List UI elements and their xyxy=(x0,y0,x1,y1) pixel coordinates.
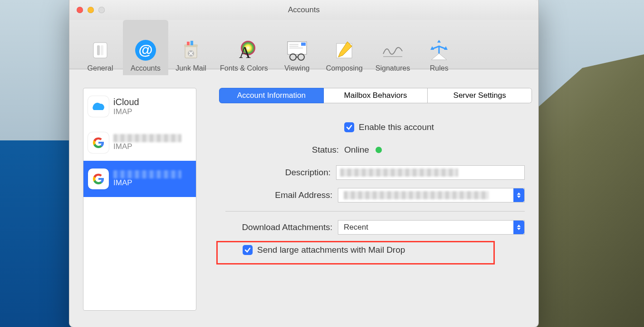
desktop-background: Accounts General @ Accounts Junk Mail xyxy=(0,0,644,327)
account-item-google-2[interactable]: IMAP xyxy=(83,161,196,197)
account-type: IMAP xyxy=(113,107,139,116)
toolbar-fonts-colors[interactable]: A Fonts & Colors xyxy=(214,20,274,75)
svg-rect-13 xyxy=(301,43,306,46)
svg-text:A: A xyxy=(239,43,251,61)
svg-point-17 xyxy=(290,54,296,60)
redacted-text xyxy=(340,168,458,177)
dropdown-caret-icon xyxy=(513,188,524,202)
account-item-google-1[interactable]: IMAP xyxy=(83,125,196,161)
glasses-icon xyxy=(285,38,309,63)
download-attachments-select[interactable]: Recent xyxy=(338,220,525,235)
toolbar-general[interactable]: General xyxy=(78,20,123,75)
account-type: IMAP xyxy=(113,178,181,188)
download-attachments-label: Download Attachments: xyxy=(210,222,338,232)
status-label: Status: xyxy=(210,145,344,155)
switch-icon xyxy=(88,38,112,63)
form-divider xyxy=(225,211,525,212)
status-indicator-icon xyxy=(376,147,382,153)
enable-account-label: Enable this account xyxy=(359,122,434,132)
tab-mailbox-behaviors[interactable]: Mailbox Behaviors xyxy=(324,88,428,103)
fonts-colors-icon: A xyxy=(232,38,256,63)
dropdown-caret-icon xyxy=(513,221,524,234)
svg-text:@: @ xyxy=(138,42,152,58)
account-item-icloud[interactable]: iCloud IMAP xyxy=(83,88,196,125)
tab-server-settings[interactable]: Server Settings xyxy=(428,88,532,103)
account-form: Enable this account Status: Online Descr… xyxy=(210,116,525,261)
account-name: iCloud xyxy=(113,96,139,107)
rules-icon xyxy=(427,38,451,63)
google-icon xyxy=(88,168,109,189)
toolbar-accounts[interactable]: @ Accounts xyxy=(123,20,168,75)
toolbar-composing[interactable]: Composing xyxy=(320,20,369,75)
svg-marker-22 xyxy=(431,53,447,60)
description-input[interactable] xyxy=(336,165,525,180)
account-name-redacted xyxy=(113,170,181,178)
toolbar-viewing[interactable]: Viewing xyxy=(274,20,320,75)
svg-rect-9 xyxy=(190,41,193,45)
account-tabs: Account Information Mailbox Behaviors Se… xyxy=(219,88,532,103)
enable-account-checkbox[interactable] xyxy=(344,122,354,132)
content-area: iCloud IMAP IMAP xyxy=(83,69,525,322)
toolbar-signatures[interactable]: Signatures xyxy=(369,20,417,75)
status-value: Online xyxy=(344,145,369,155)
toolbar-junk-mail[interactable]: Junk Mail xyxy=(168,20,214,75)
email-label: Email Address: xyxy=(210,190,338,200)
window-titlebar[interactable]: Accounts xyxy=(69,0,538,20)
accounts-sidebar: iCloud IMAP IMAP xyxy=(83,88,196,311)
email-address-select[interactable] xyxy=(338,188,525,202)
description-label: Description: xyxy=(210,168,336,178)
svg-rect-2 xyxy=(101,45,103,55)
download-attachments-value: Recent xyxy=(344,223,368,232)
toolbar-rules[interactable]: Rules xyxy=(416,20,462,75)
svg-rect-0 xyxy=(93,43,107,58)
preferences-window: Accounts General @ Accounts Junk Mail xyxy=(69,0,539,327)
mail-drop-label: Send large attachments with Mail Drop xyxy=(257,245,405,255)
icloud-icon xyxy=(88,96,109,117)
svg-rect-8 xyxy=(187,42,190,45)
window-title: Accounts xyxy=(69,5,538,14)
svg-rect-1 xyxy=(97,45,100,55)
mail-drop-checkbox[interactable] xyxy=(243,245,253,255)
account-name-redacted xyxy=(113,134,181,142)
account-detail: Account Information Mailbox Behaviors Se… xyxy=(210,69,525,322)
redacted-text xyxy=(344,191,489,199)
signature-icon xyxy=(381,38,405,63)
trash-icon xyxy=(179,38,203,63)
svg-marker-25 xyxy=(437,40,441,43)
at-icon: @ xyxy=(133,38,158,63)
google-icon xyxy=(88,132,109,153)
account-type: IMAP xyxy=(113,142,181,151)
svg-point-18 xyxy=(298,54,304,60)
compose-icon xyxy=(332,38,356,63)
tab-account-information[interactable]: Account Information xyxy=(219,88,324,103)
preferences-toolbar: General @ Accounts Junk Mail A Fonts & C… xyxy=(69,20,538,69)
